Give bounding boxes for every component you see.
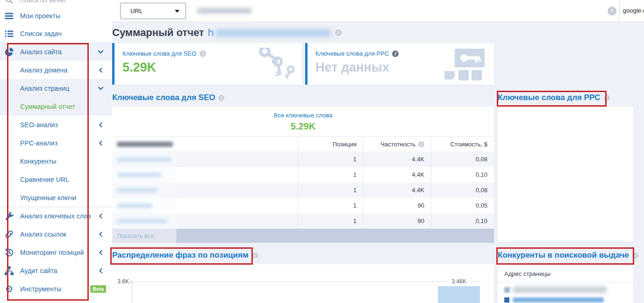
chevron-down-icon — [97, 49, 104, 56]
blurred-keyword-link[interactable] — [117, 188, 158, 193]
link-icon — [4, 229, 14, 239]
sidebar-item[interactable]: Анализ ссылок — [0, 225, 112, 243]
table-footer: Показать все — [112, 229, 494, 243]
table-row[interactable]: 1 4.4K 0,10 — [112, 167, 494, 182]
show-all-link[interactable]: Показать все — [117, 232, 154, 239]
positions-section-title[interactable]: Распределение фраз по позициям — [112, 251, 249, 260]
chart-bar[interactable] — [438, 286, 480, 303]
positions-chart: 3.6K 3.46K — [112, 264, 494, 303]
chevron-left-icon — [97, 267, 104, 274]
competitors-section-title[interactable]: Конкуренты в поисковой выдаче — [498, 251, 629, 260]
cell-cost: 0,08 — [431, 152, 494, 167]
sidebar-item[interactable]: Анализ домена — [0, 61, 112, 79]
sidebar-menu: Мои проекты Список задач Анализ сайта Ан… — [0, 7, 112, 298]
y-axis-line — [132, 281, 132, 303]
sidebar-item[interactable]: Суммарный отчет — [0, 97, 112, 115]
seo-keywords-table: Все ключевые слова 5.29K Позиция Частотн… — [112, 107, 494, 243]
table-row[interactable]: 1 90 0,10 — [112, 213, 494, 229]
search-engine-select[interactable]: google.c — [623, 0, 644, 22]
chevron-left-icon — [97, 139, 104, 146]
sidebar-item[interactable]: SEO-анализ — [0, 115, 112, 134]
ppc-section-title[interactable]: Ключевые слова для PPC — [498, 93, 601, 102]
positions-section-header: Распределение фраз по позициям i — [112, 251, 258, 260]
blurred-favicon — [504, 287, 510, 293]
cell-position: 1 — [298, 167, 363, 182]
history-icon — [4, 247, 14, 257]
cell-position: 1 — [298, 182, 363, 198]
menu-search[interactable]: Поиск по меню — [0, 0, 112, 7]
query-input[interactable] — [186, 1, 265, 20]
search-icon — [5, 0, 14, 5]
topbar: URL × google.c — [112, 0, 644, 22]
favicon — [504, 297, 509, 303]
chevron-left-icon — [97, 249, 104, 256]
info-icon[interactable]: i — [392, 50, 399, 57]
info-icon[interactable]: i — [335, 29, 342, 36]
seo-keywords-card: Ключевые слова для SEO i 5.29K — [112, 43, 302, 85]
cell-position: 1 — [298, 213, 363, 229]
competitor-row[interactable] — [504, 297, 627, 303]
search-type-select[interactable]: URL — [120, 3, 186, 19]
cell-volume: 4.4K — [363, 167, 431, 182]
report-url-link[interactable]: h — [208, 27, 214, 39]
cell-position: 1 — [298, 152, 363, 167]
blurred-query-text — [197, 8, 252, 14]
blurred-keyword-link[interactable] — [117, 157, 172, 162]
seo-section-title[interactable]: Ключевые слова для SEO — [112, 93, 215, 102]
sidebar-item[interactable]: Мониторинг позиций — [0, 243, 112, 261]
chevron-down-icon — [175, 10, 179, 13]
blurred-phrase-column-header — [117, 142, 173, 147]
info-icon[interactable]: i — [200, 50, 206, 57]
page-title: Суммарный отчет — [112, 27, 204, 39]
competitor-row[interactable] — [504, 287, 627, 293]
sidebar-item[interactable]: Конкуренты — [0, 152, 112, 170]
menu-search-placeholder: Поиск по меню — [20, 0, 66, 4]
sitemap-icon — [4, 266, 14, 275]
column-position[interactable]: Позиция — [298, 137, 363, 152]
sidebar: Поиск по меню Мои проекты Список задач А… — [0, 0, 112, 303]
key-ad-icon — [443, 48, 487, 81]
ppc-keywords-card: Ключевые слова для PPC i Нет данных — [305, 43, 494, 85]
info-icon[interactable]: i — [604, 95, 610, 101]
cell-volume: 4.4K — [363, 182, 431, 198]
chart-bar-label: 3.46K — [438, 278, 480, 285]
column-cost[interactable]: Стоимость, $ — [431, 137, 494, 152]
ppc-card-label: Ключевые слова для PPC — [315, 50, 389, 57]
sidebar-item[interactable]: Анализ ключевых слов — [0, 207, 112, 225]
pie-chart-icon — [4, 47, 14, 57]
sidebar-item[interactable]: Анализ страниц — [0, 79, 112, 97]
task-list-icon — [4, 29, 14, 39]
sidebar-item[interactable]: Аудит сайта — [0, 261, 112, 280]
competitors-panel: Адрес страницы — [498, 264, 633, 303]
sidebar-item[interactable]: Список задач — [0, 25, 112, 43]
topbar-divider — [619, 0, 620, 22]
sidebar-item[interactable]: PPC-анализ — [0, 134, 112, 152]
clear-input-icon[interactable]: × — [608, 7, 616, 15]
info-icon[interactable]: i — [252, 252, 258, 259]
table-body: 1 4.4K 0,08 1 4.4K 0,10 1 4.4K 0,08 1 90… — [112, 152, 494, 229]
blurred-keyword-link[interactable] — [117, 173, 162, 177]
sidebar-item[interactable]: Упущенные ключи — [0, 188, 112, 207]
ppc-keywords-panel — [498, 107, 633, 242]
sidebar-item[interactable]: ⚙ Инструменты Beta — [0, 280, 112, 298]
table-row[interactable]: 1 90 0,05 — [112, 198, 494, 213]
column-volume[interactable]: Частотностьi — [363, 137, 431, 152]
sidebar-item[interactable]: Сравнение URL — [0, 170, 112, 188]
chevron-down-icon — [97, 85, 104, 92]
all-keywords-link[interactable]: Все ключевые слова — [112, 112, 494, 119]
seo-section-header: Ключевые слова для SEO i — [112, 93, 224, 102]
info-icon[interactable]: i — [632, 252, 638, 259]
hamburger-icon — [4, 11, 14, 21]
table-row[interactable]: 1 4.4K 0,08 — [112, 182, 494, 198]
sidebar-item[interactable]: Мои проекты — [0, 7, 112, 25]
info-icon[interactable]: i — [418, 141, 424, 147]
blurred-keyword-link[interactable] — [117, 203, 152, 208]
sidebar-item[interactable]: Анализ сайта — [0, 43, 112, 61]
blurred-keyword-link[interactable] — [117, 219, 167, 224]
info-icon[interactable]: i — [218, 95, 224, 101]
chevron-left-icon — [97, 231, 104, 238]
cell-volume: 90 — [363, 213, 431, 229]
table-header-row: Позиция Частотностьi Стоимость, $ — [112, 136, 494, 152]
cell-position: 1 — [298, 198, 363, 213]
table-row[interactable]: 1 4.4K 0,08 — [112, 152, 494, 167]
